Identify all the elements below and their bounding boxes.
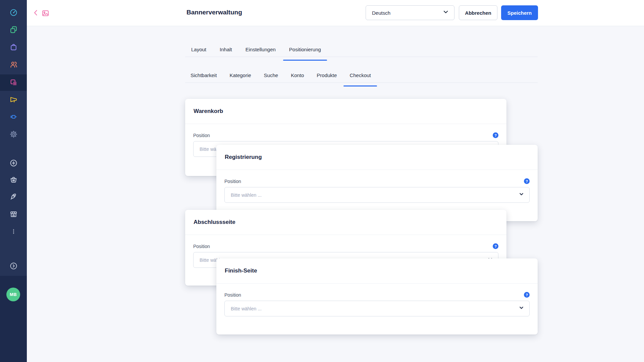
position-select[interactable]: Bitte wählen ... [224,187,530,203]
card-header: Finish-Seite [216,258,538,284]
language-select[interactable]: Deutsch [366,5,454,20]
shopping-bag-icon [9,43,18,51]
sidebar-item-store[interactable] [0,206,27,222]
sidebar-item-dashboard[interactable] [0,4,27,20]
tab-positionierung[interactable]: Positionierung [289,46,321,57]
chevron-right-circle-icon [9,262,18,270]
card-header: Registrierung [216,145,538,170]
user-avatar[interactable]: MB [6,288,20,301]
help-badge[interactable]: ? [524,292,530,298]
tab-layout[interactable]: Layout [191,46,206,57]
back-button[interactable] [32,8,40,18]
card-body: Position ? Bitte wählen ... [216,284,538,316]
basket-icon [9,175,18,184]
sidebar-item-copy[interactable] [0,21,27,38]
card-body: Position ? Bitte wählen ... [216,170,538,203]
sidebar-item-shop[interactable] [0,39,27,55]
megaphone-icon [9,96,18,104]
chevron-left-icon [32,8,40,18]
tab-kategorie[interactable]: Kategorie [229,72,251,82]
help-badge[interactable]: ? [524,178,530,184]
sidebar-item-more[interactable] [0,223,27,239]
sidebar-item-extensions[interactable] [0,109,27,125]
position-label: Position [193,244,210,249]
users-icon [9,60,18,69]
card-title: Registrierung [225,154,262,161]
sidebar-item-content[interactable] [0,74,27,91]
plus-circle-icon [9,159,18,167]
tab-sichtbarkeit[interactable]: Sichtbarkeit [191,72,217,82]
card-header: Abschlussseite [185,210,506,235]
chevron-down-icon [443,9,449,16]
sidebar-item-settings[interactable] [0,126,27,142]
tab-inhalt[interactable]: Inhalt [220,46,232,57]
smart-bar: Bannerverwaltung Deutsch Abbrechen Speic… [27,0,644,26]
copy-icon [9,25,18,34]
tab-produkte[interactable]: Produkte [317,72,337,82]
card-header: Warenkorb [185,99,506,124]
page-title: Bannerverwaltung [186,9,242,16]
language-select-value: Deutsch [372,10,390,16]
kebab-menu-icon [9,227,18,236]
sidebar-item-rocket[interactable] [0,188,27,204]
sidebar-item-marketing[interactable] [0,92,27,108]
content-pages-icon [9,78,18,87]
plug-icon [9,113,18,121]
app-screen: MB Bannerverwaltung Deutsch [0,0,644,362]
primary-tabs: Layout Inhalt Einstellungen Positionieru… [185,45,538,57]
position-label: Position [224,292,241,298]
sidebar-item-basket[interactable] [0,171,27,187]
sidebar: MB [0,0,27,362]
card-finish-seite: Finish-Seite Position ? Bitte wählen ... [216,258,538,335]
help-badge[interactable]: ? [493,132,498,138]
chevron-down-icon [519,192,524,198]
chevron-down-icon [519,305,524,312]
dashboard-icon [9,8,18,17]
cancel-button[interactable]: Abbrechen [459,5,497,20]
position-label: Position [193,133,210,138]
gear-icon [9,130,18,138]
select-placeholder: Bitte wählen ... [231,306,262,311]
sidebar-expand-button[interactable] [0,258,27,274]
secondary-tabs: Sichtbarkeit Kategorie Suche Konto Produ… [185,70,538,83]
rocket-icon [9,192,18,201]
select-placeholder: Bitte wählen ... [231,192,262,198]
save-button[interactable]: Speichern [501,5,538,20]
help-badge[interactable]: ? [493,243,498,249]
card-title: Warenkorb [194,108,223,115]
storefront-icon [9,210,18,218]
card-title: Abschlussseite [194,219,235,226]
position-label: Position [224,179,241,184]
tab-einstellungen[interactable]: Einstellungen [246,46,276,57]
tab-checkout[interactable]: Checkout [350,72,371,82]
sidebar-item-add[interactable] [0,155,27,171]
image-module-icon [41,9,50,17]
card-title: Finish-Seite [225,267,257,274]
tab-konto[interactable]: Konto [291,72,304,82]
position-select[interactable]: Bitte wählen ... [224,301,530,316]
sidebar-item-customers[interactable] [0,56,27,72]
tab-suche[interactable]: Suche [264,72,278,82]
